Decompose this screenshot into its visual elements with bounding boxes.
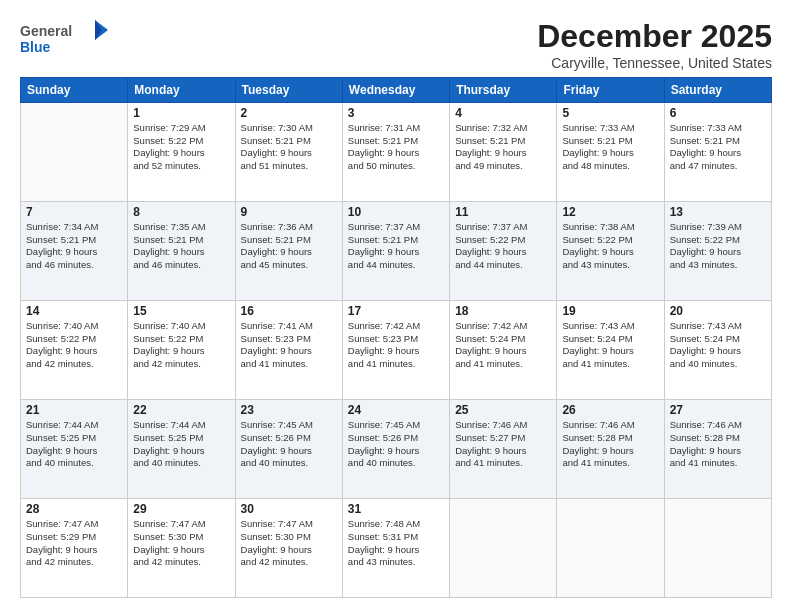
weekday-header-monday: Monday: [128, 77, 235, 102]
weekday-header-saturday: Saturday: [664, 77, 771, 102]
day-number: 7: [26, 205, 122, 219]
day-number: 9: [241, 205, 337, 219]
svg-text:General: General: [20, 23, 72, 39]
calendar-cell: 7Sunrise: 7:34 AM Sunset: 5:21 PM Daylig…: [21, 201, 128, 300]
day-number: 12: [562, 205, 658, 219]
day-info: Sunrise: 7:32 AM Sunset: 5:21 PM Dayligh…: [455, 122, 551, 173]
header: General Blue December 2025 Caryville, Te…: [20, 18, 772, 71]
day-number: 29: [133, 502, 229, 516]
day-number: 5: [562, 106, 658, 120]
day-info: Sunrise: 7:33 AM Sunset: 5:21 PM Dayligh…: [670, 122, 766, 173]
calendar-table: SundayMondayTuesdayWednesdayThursdayFrid…: [20, 77, 772, 598]
logo: General Blue: [20, 18, 110, 58]
day-number: 10: [348, 205, 444, 219]
day-number: 6: [670, 106, 766, 120]
calendar-cell: 14Sunrise: 7:40 AM Sunset: 5:22 PM Dayli…: [21, 300, 128, 399]
calendar-cell: 23Sunrise: 7:45 AM Sunset: 5:26 PM Dayli…: [235, 399, 342, 498]
calendar-cell: 28Sunrise: 7:47 AM Sunset: 5:29 PM Dayli…: [21, 498, 128, 597]
calendar-week-row: 21Sunrise: 7:44 AM Sunset: 5:25 PM Dayli…: [21, 399, 772, 498]
calendar-cell: 5Sunrise: 7:33 AM Sunset: 5:21 PM Daylig…: [557, 102, 664, 201]
day-number: 31: [348, 502, 444, 516]
day-info: Sunrise: 7:47 AM Sunset: 5:29 PM Dayligh…: [26, 518, 122, 569]
day-number: 17: [348, 304, 444, 318]
calendar-cell: 9Sunrise: 7:36 AM Sunset: 5:21 PM Daylig…: [235, 201, 342, 300]
day-number: 14: [26, 304, 122, 318]
calendar-header-row: SundayMondayTuesdayWednesdayThursdayFrid…: [21, 77, 772, 102]
day-info: Sunrise: 7:34 AM Sunset: 5:21 PM Dayligh…: [26, 221, 122, 272]
calendar-cell: 8Sunrise: 7:35 AM Sunset: 5:21 PM Daylig…: [128, 201, 235, 300]
calendar-cell: 24Sunrise: 7:45 AM Sunset: 5:26 PM Dayli…: [342, 399, 449, 498]
subtitle: Caryville, Tennessee, United States: [537, 55, 772, 71]
day-number: 2: [241, 106, 337, 120]
calendar-cell: 20Sunrise: 7:43 AM Sunset: 5:24 PM Dayli…: [664, 300, 771, 399]
day-number: 18: [455, 304, 551, 318]
day-info: Sunrise: 7:47 AM Sunset: 5:30 PM Dayligh…: [241, 518, 337, 569]
title-block: December 2025 Caryville, Tennessee, Unit…: [537, 18, 772, 71]
day-info: Sunrise: 7:46 AM Sunset: 5:27 PM Dayligh…: [455, 419, 551, 470]
day-info: Sunrise: 7:41 AM Sunset: 5:23 PM Dayligh…: [241, 320, 337, 371]
calendar-cell: 12Sunrise: 7:38 AM Sunset: 5:22 PM Dayli…: [557, 201, 664, 300]
day-number: 16: [241, 304, 337, 318]
day-number: 4: [455, 106, 551, 120]
day-info: Sunrise: 7:48 AM Sunset: 5:31 PM Dayligh…: [348, 518, 444, 569]
day-info: Sunrise: 7:36 AM Sunset: 5:21 PM Dayligh…: [241, 221, 337, 272]
calendar-cell: 6Sunrise: 7:33 AM Sunset: 5:21 PM Daylig…: [664, 102, 771, 201]
day-info: Sunrise: 7:29 AM Sunset: 5:22 PM Dayligh…: [133, 122, 229, 173]
day-info: Sunrise: 7:38 AM Sunset: 5:22 PM Dayligh…: [562, 221, 658, 272]
day-info: Sunrise: 7:30 AM Sunset: 5:21 PM Dayligh…: [241, 122, 337, 173]
calendar-cell: 27Sunrise: 7:46 AM Sunset: 5:28 PM Dayli…: [664, 399, 771, 498]
day-info: Sunrise: 7:45 AM Sunset: 5:26 PM Dayligh…: [241, 419, 337, 470]
main-title: December 2025: [537, 18, 772, 55]
day-info: Sunrise: 7:40 AM Sunset: 5:22 PM Dayligh…: [26, 320, 122, 371]
svg-text:Blue: Blue: [20, 39, 51, 55]
day-info: Sunrise: 7:43 AM Sunset: 5:24 PM Dayligh…: [562, 320, 658, 371]
day-number: 20: [670, 304, 766, 318]
day-info: Sunrise: 7:40 AM Sunset: 5:22 PM Dayligh…: [133, 320, 229, 371]
calendar-cell: 13Sunrise: 7:39 AM Sunset: 5:22 PM Dayli…: [664, 201, 771, 300]
day-info: Sunrise: 7:45 AM Sunset: 5:26 PM Dayligh…: [348, 419, 444, 470]
calendar-cell: 11Sunrise: 7:37 AM Sunset: 5:22 PM Dayli…: [450, 201, 557, 300]
day-info: Sunrise: 7:46 AM Sunset: 5:28 PM Dayligh…: [670, 419, 766, 470]
day-number: 11: [455, 205, 551, 219]
calendar-cell: 26Sunrise: 7:46 AM Sunset: 5:28 PM Dayli…: [557, 399, 664, 498]
calendar-cell: 4Sunrise: 7:32 AM Sunset: 5:21 PM Daylig…: [450, 102, 557, 201]
day-number: 8: [133, 205, 229, 219]
weekday-header-tuesday: Tuesday: [235, 77, 342, 102]
weekday-header-wednesday: Wednesday: [342, 77, 449, 102]
day-number: 28: [26, 502, 122, 516]
calendar-week-row: 1Sunrise: 7:29 AM Sunset: 5:22 PM Daylig…: [21, 102, 772, 201]
day-number: 21: [26, 403, 122, 417]
day-info: Sunrise: 7:33 AM Sunset: 5:21 PM Dayligh…: [562, 122, 658, 173]
day-number: 19: [562, 304, 658, 318]
calendar-cell: 19Sunrise: 7:43 AM Sunset: 5:24 PM Dayli…: [557, 300, 664, 399]
day-info: Sunrise: 7:42 AM Sunset: 5:24 PM Dayligh…: [455, 320, 551, 371]
day-info: Sunrise: 7:37 AM Sunset: 5:22 PM Dayligh…: [455, 221, 551, 272]
day-number: 26: [562, 403, 658, 417]
day-info: Sunrise: 7:43 AM Sunset: 5:24 PM Dayligh…: [670, 320, 766, 371]
calendar-week-row: 7Sunrise: 7:34 AM Sunset: 5:21 PM Daylig…: [21, 201, 772, 300]
calendar-cell: [450, 498, 557, 597]
day-info: Sunrise: 7:39 AM Sunset: 5:22 PM Dayligh…: [670, 221, 766, 272]
calendar-cell: 1Sunrise: 7:29 AM Sunset: 5:22 PM Daylig…: [128, 102, 235, 201]
page: General Blue December 2025 Caryville, Te…: [0, 0, 792, 612]
calendar-week-row: 28Sunrise: 7:47 AM Sunset: 5:29 PM Dayli…: [21, 498, 772, 597]
day-info: Sunrise: 7:42 AM Sunset: 5:23 PM Dayligh…: [348, 320, 444, 371]
calendar-cell: 25Sunrise: 7:46 AM Sunset: 5:27 PM Dayli…: [450, 399, 557, 498]
calendar-week-row: 14Sunrise: 7:40 AM Sunset: 5:22 PM Dayli…: [21, 300, 772, 399]
calendar-cell: 31Sunrise: 7:48 AM Sunset: 5:31 PM Dayli…: [342, 498, 449, 597]
day-number: 1: [133, 106, 229, 120]
weekday-header-thursday: Thursday: [450, 77, 557, 102]
calendar-cell: 22Sunrise: 7:44 AM Sunset: 5:25 PM Dayli…: [128, 399, 235, 498]
calendar-cell: 21Sunrise: 7:44 AM Sunset: 5:25 PM Dayli…: [21, 399, 128, 498]
calendar-cell: 30Sunrise: 7:47 AM Sunset: 5:30 PM Dayli…: [235, 498, 342, 597]
weekday-header-friday: Friday: [557, 77, 664, 102]
day-number: 30: [241, 502, 337, 516]
calendar-cell: 18Sunrise: 7:42 AM Sunset: 5:24 PM Dayli…: [450, 300, 557, 399]
day-number: 3: [348, 106, 444, 120]
day-info: Sunrise: 7:44 AM Sunset: 5:25 PM Dayligh…: [133, 419, 229, 470]
calendar-cell: 10Sunrise: 7:37 AM Sunset: 5:21 PM Dayli…: [342, 201, 449, 300]
calendar-cell: [664, 498, 771, 597]
day-info: Sunrise: 7:35 AM Sunset: 5:21 PM Dayligh…: [133, 221, 229, 272]
calendar-cell: 29Sunrise: 7:47 AM Sunset: 5:30 PM Dayli…: [128, 498, 235, 597]
weekday-header-sunday: Sunday: [21, 77, 128, 102]
